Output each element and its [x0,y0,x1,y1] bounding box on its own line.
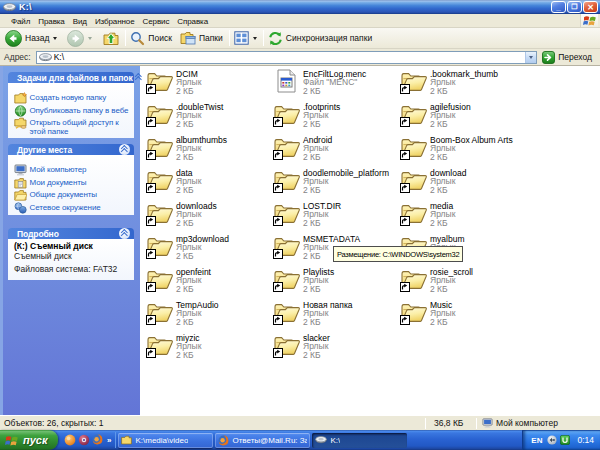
up-button[interactable] [103,31,119,46]
file-item[interactable]: Boom-Box Album ArtsЯрлык2 КБ [400,135,526,168]
section-file-tasks-header[interactable]: Задачи для файлов и папок [8,72,134,83]
address-drive-icon [39,53,52,62]
file-item[interactable]: LOST.DIRЯрлык2 КБ [273,201,399,234]
file-size: 2 КБ [176,252,229,261]
task-link[interactable]: Мой компьютер [14,164,131,176]
task-link[interactable]: Опубликовать папку в вебе [14,105,131,117]
folder-shortcut-icon [400,300,426,326]
file-item[interactable]: slackerЯрлык2 КБ [273,333,399,366]
file-item[interactable]: PlaylistsЯрлык2 КБ [273,267,399,300]
file-item[interactable]: dataЯрлык2 КБ [146,168,272,201]
address-input[interactable]: K:\ [36,51,538,64]
folder-shortcut-icon [273,234,299,260]
task-link[interactable]: Открыть общий доступ к этой папке [14,117,131,136]
forward-dropdown-icon[interactable] [88,37,92,40]
share-folder-icon [14,117,27,128]
search-icon [130,31,145,46]
menu-избранное[interactable]: Избранное [91,17,139,26]
back-button[interactable]: Назад [5,30,57,47]
address-label: Адрес: [4,52,31,62]
file-item[interactable]: mediaЯрлык2 КБ [400,201,526,234]
toolbar-separator [229,30,230,46]
main-area: Задачи для файлов и папок Создать новую … [0,66,600,415]
file-item[interactable]: doodlemobile_platformЯрлык2 КБ [273,168,399,201]
file-meta: Boom-Box Album ArtsЯрлык2 КБ [430,136,513,162]
shortcut-tooltip: Размещение: C:\WINDOWS\system32 [333,246,463,262]
file-meta: TempAudioЯрлык2 КБ [176,301,219,327]
file-item[interactable]: downloadЯрлык2 КБ [400,168,526,201]
section-details-header[interactable]: Подробно [8,228,134,239]
views-button[interactable] [234,31,257,45]
search-button[interactable]: Поиск [130,31,172,46]
section-details: Подробно (К:) Съемный диск Съемный диск … [8,228,134,280]
collapse-chevron-icon[interactable] [119,144,130,155]
taskbar-button[interactable]: Ответы@Mail.Ru: За... [215,433,310,448]
file-size: 2 КБ [176,285,211,294]
menu-правка[interactable]: Правка [34,17,68,26]
folder-shortcut-icon [146,333,172,359]
menu-сервис[interactable]: Сервис [139,17,174,26]
file-item[interactable]: agilefusionЯрлык2 КБ [400,102,526,135]
file-size: 2 КБ [430,87,498,96]
file-item[interactable]: .doubleTwistЯрлык2 КБ [146,102,272,135]
file-size: 2 КБ [303,351,330,360]
title-bar: K:\ _ ❐ ✕ [0,0,600,14]
task-link[interactable]: Создать новую папку [14,92,131,104]
views-dropdown-icon[interactable] [253,37,257,40]
folders-button[interactable]: Папки [180,31,223,45]
file-item[interactable]: AndroidЯрлык2 КБ [273,135,399,168]
file-item[interactable]: EncFiltLog.mencФайл "MENC"2 КБ [273,69,399,102]
file-item[interactable]: DCIMЯрлык2 КБ [146,69,272,102]
menu-справка[interactable]: Справка [173,17,212,26]
firefox-icon[interactable] [92,434,104,446]
system-tray: EN 0:14 [522,430,600,450]
file-item[interactable]: miyzicЯрлык2 КБ [146,333,272,366]
my-computer-icon [482,418,493,428]
file-item[interactable]: Новая папкаЯрлык2 КБ [273,300,399,333]
file-size: 2 КБ [303,285,334,294]
taskbar-button[interactable]: K:\media\video [118,433,213,448]
details-filesystem: Файловая система: FAT32 [14,265,131,275]
minimize-button[interactable]: _ [551,1,566,13]
language-indicator[interactable]: EN [531,436,542,445]
collapse-chevron-icon[interactable] [119,228,130,239]
folder-shortcut-icon [400,168,426,194]
views-icon [234,31,249,45]
file-item[interactable]: downloadsЯрлык2 КБ [146,201,272,234]
media-player-icon[interactable] [78,434,90,446]
section-other-places-header[interactable]: Другие места [8,144,134,155]
taskbar-button-label: K:\media\video [135,436,188,445]
close-button[interactable]: ✕ [583,1,598,13]
file-item[interactable]: openfeintЯрлык2 КБ [146,267,272,300]
quick-launch-more-chevron[interactable]: » [107,436,111,445]
go-button[interactable]: Переход [542,51,597,64]
taskbar-button[interactable]: K:\ [312,433,407,448]
file-item[interactable]: mp3downloadЯрлык2 КБ [146,234,272,267]
my-documents-icon [14,177,27,188]
task-link[interactable]: Мои документы [14,177,131,189]
task-link-label: Мой компьютер [30,164,87,174]
network-icon [14,202,27,213]
task-link[interactable]: Сетевое окружение [14,202,131,214]
safely-remove-icon[interactable] [547,435,557,445]
address-dropdown-button[interactable] [525,52,536,63]
folder-shortcut-icon [273,333,299,359]
opera-icon[interactable] [64,434,76,446]
taskbar-button-label: K:\ [330,436,340,445]
start-button[interactable]: пуск [0,430,58,450]
menu-файл[interactable]: Файл [7,17,34,26]
utorrent-icon[interactable] [560,435,570,445]
menu-вид[interactable]: Вид [69,17,91,26]
file-item[interactable]: TempAudioЯрлык2 КБ [146,300,272,333]
task-link[interactable]: Общие документы [14,189,131,201]
file-meta: slackerЯрлык2 КБ [303,334,330,360]
forward-button[interactable] [67,30,92,47]
back-dropdown-icon[interactable] [53,37,57,40]
file-item[interactable]: .bookmark_thumbЯрлык2 КБ [400,69,526,102]
file-item[interactable]: .footprintsЯрлык2 КБ [273,102,399,135]
sync-button[interactable]: Синхронизация папки [268,31,372,46]
restore-button[interactable]: ❐ [567,1,582,13]
file-item[interactable]: rosie_scrollЯрлык2 КБ [400,267,526,300]
file-item[interactable]: MusicЯрлык2 КБ [400,300,526,333]
file-item[interactable]: albumthumbsЯрлык2 КБ [146,135,272,168]
